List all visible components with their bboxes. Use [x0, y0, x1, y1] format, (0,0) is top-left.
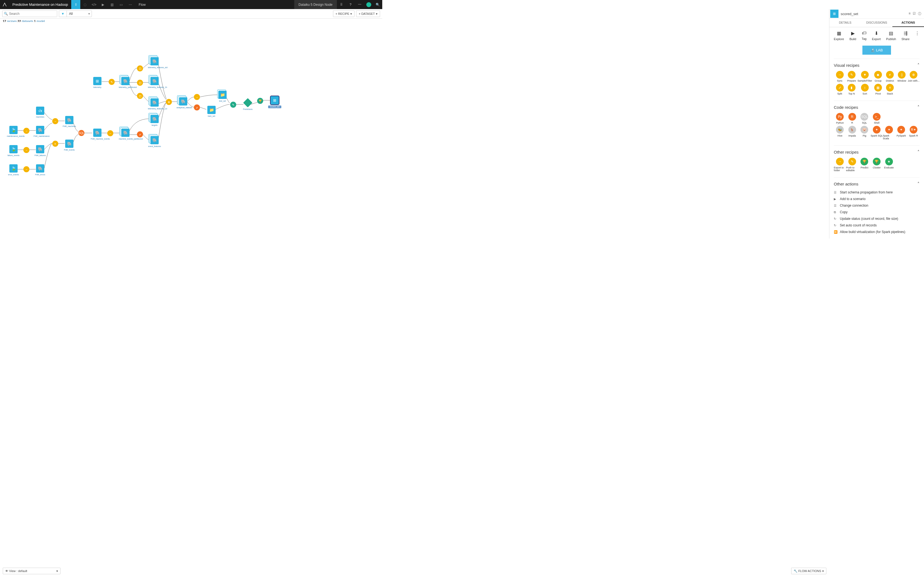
app-logo[interactable]	[0, 0, 9, 9]
recipe-prepare[interactable]: ✎	[108, 79, 115, 85]
chevron-down-icon: ▾	[87, 12, 92, 16]
recipe-sync[interactable]: →	[23, 147, 29, 153]
add-dataset-button[interactable]: + DATASET▾	[356, 10, 380, 17]
nav-flow-icon[interactable]: ⇪	[71, 0, 80, 9]
recipe-sync[interactable]: →	[107, 130, 113, 136]
flow-canvas[interactable]: 🍃maintenance_events 🍃failure_events 🍃err…	[0, 22, 288, 220]
node-pdm-maintenance[interactable]: 🐘PdM_maintenance	[34, 126, 47, 137]
recipe-sync[interactable]: →	[23, 128, 29, 134]
node-test-set[interactable]: 📁test_set	[216, 91, 229, 102]
search-input[interactable]	[9, 11, 57, 17]
node-tf-1h[interactable]: 🐘telemetry_features_1h	[148, 77, 161, 89]
filter-value: All	[67, 12, 87, 16]
recipe-sync[interactable]: →	[52, 118, 58, 124]
node-pdm-machines[interactable]: 🐘PdM_machines	[63, 116, 76, 127]
node-tf-1d[interactable]: 🐘telemetry_features_1d	[148, 98, 161, 110]
filter-icon: ▼	[59, 11, 67, 17]
flow-filter[interactable]: ▼ All ▾	[59, 10, 92, 17]
recipe-train[interactable]: ✎	[230, 102, 236, 108]
chevron-down-icon: ▾	[351, 12, 352, 16]
node-maintenance-events[interactable]: 🍃maintenance_events	[7, 126, 20, 137]
project-title[interactable]: Predictive Maintenance on Hadoop	[9, 2, 71, 6]
nav-dashboard-icon[interactable]: ▥	[108, 0, 116, 9]
search-icon[interactable]: 🔍	[373, 0, 382, 9]
env-label: Dataiku 5 Design Node	[294, 0, 337, 9]
node-telemetry[interactable]: ⊞telemetry	[91, 77, 104, 89]
node-pdm-errors[interactable]: 🐘PdM_errors	[34, 164, 47, 176]
node-machine-events-partitioned[interactable]: 🐘machine_events_partitioned	[119, 129, 132, 140]
nav-more-icon[interactable]: ⋯	[126, 0, 135, 9]
node-event-features[interactable]: 🐘event_features	[148, 136, 161, 148]
recipe-sync[interactable]: →	[23, 166, 29, 172]
node-failure-events[interactable]: 🍃failure_events	[7, 145, 20, 156]
nav-run-icon[interactable]: ▶	[99, 0, 108, 9]
recipe-window[interactable]: ◫	[137, 80, 143, 86]
recipe-sql[interactable]: SQL	[78, 130, 84, 136]
node-error-events[interactable]: 🍃error_events	[7, 164, 20, 176]
node-predictions[interactable]: Predictions	[241, 100, 254, 110]
recipe-python[interactable]: 𝘱	[137, 131, 143, 137]
node-pdm-events[interactable]: 🐘PdM_events	[63, 140, 76, 151]
node-train-set[interactable]: 📁train_set	[205, 106, 218, 117]
node-tf-std[interactable]: 🐘telemetry_features_std	[148, 57, 161, 69]
node-pdm-machine-events[interactable]: 🐘PdM_machine_events	[91, 129, 104, 140]
apps-icon[interactable]: ⠿	[337, 0, 346, 9]
user-avatar[interactable]	[364, 0, 373, 9]
chevron-down-icon: ▾	[376, 12, 378, 16]
add-recipe-button[interactable]: + RECIPE▾	[333, 10, 354, 17]
flow-toolbar: 🔍 ▼ All ▾ + RECIPE▾ + DATASET▾	[0, 9, 382, 19]
node-machines[interactable]: √xmachines	[34, 106, 47, 118]
node-analytical-dataset[interactable]: 🐘analytical_dataset	[176, 97, 190, 109]
recipe-predict[interactable]: 🏆	[257, 98, 263, 104]
help-icon[interactable]: ?	[346, 0, 355, 9]
flow-search[interactable]: 🔍	[2, 10, 57, 17]
recipe-sync[interactable]: →	[194, 94, 200, 100]
recipe-window[interactable]: ◫	[137, 65, 143, 71]
node-scored-set[interactable]: ⊞scored_set	[268, 96, 281, 108]
search-icon: 🔍	[2, 12, 9, 16]
recipe-window[interactable]: ◫	[137, 93, 143, 99]
node-targets[interactable]: 🐘targets	[148, 115, 161, 126]
topbar: Predictive Maintenance on Hadoop ⇪ ◌ </>…	[0, 0, 382, 9]
node-telemetry-partitioned[interactable]: 🐘telemetry_partitioned	[119, 77, 132, 89]
flow-label: Flow	[135, 3, 149, 6]
recipe-python[interactable]: 𝘱	[194, 105, 200, 110]
nav-code-icon[interactable]: </>	[89, 0, 99, 9]
nav-dataset-icon[interactable]: ◌	[80, 0, 89, 9]
nav-screen-icon[interactable]: ▭	[116, 0, 126, 9]
node-pdm-failures[interactable]: 🐘PdM_failures	[34, 145, 47, 156]
recipe-stack[interactable]: ≡	[52, 141, 58, 147]
activity-icon[interactable]: 〰	[355, 0, 364, 9]
recipe-join[interactable]: ⊕	[166, 99, 172, 105]
